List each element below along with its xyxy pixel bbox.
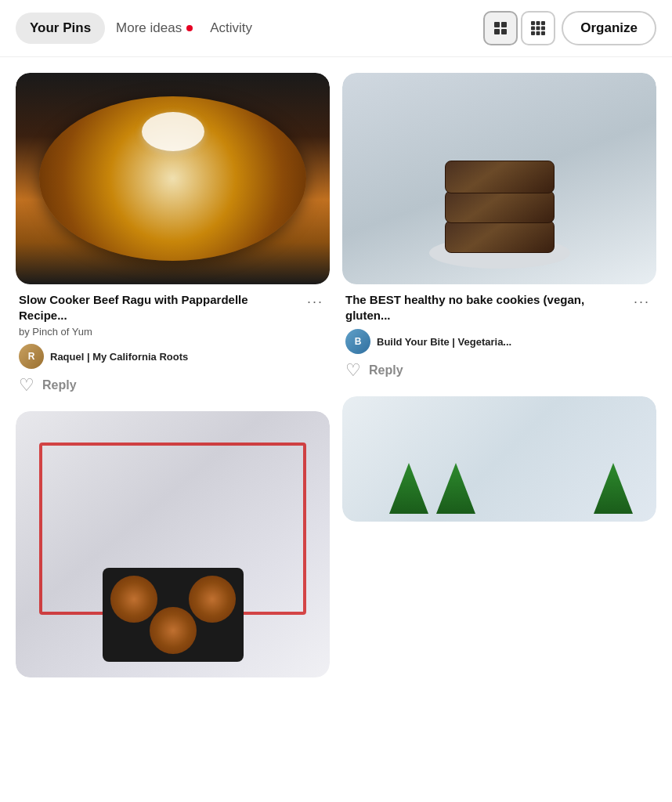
avatar-nobake: B xyxy=(345,329,370,354)
svg-rect-10 xyxy=(531,31,535,35)
ginger-cookie-3 xyxy=(150,607,197,654)
grid-3x3-icon xyxy=(530,20,546,36)
pin-image-nobake[interactable] xyxy=(342,73,656,284)
svg-rect-9 xyxy=(541,27,545,31)
pin-image-ginger[interactable] xyxy=(16,411,330,677)
pin-info-nobake: The BEST healthy no bake cookies (vegan,… xyxy=(342,284,656,384)
activity-tab[interactable]: Activity xyxy=(204,13,258,44)
xmas-cookie-2 xyxy=(436,463,475,514)
svg-rect-3 xyxy=(501,29,507,34)
pin-title-nobake: The BEST healthy no bake cookies (vegan,… xyxy=(345,292,624,323)
cookie-layer-1 xyxy=(445,220,555,253)
pin-info-ragu: Slow Cooker Beef Ragu with Pappardelle R… xyxy=(16,284,330,399)
pin-title-ragu: Slow Cooker Beef Ragu with Pappardelle R… xyxy=(19,292,298,323)
pin-card-ragu: Slow Cooker Beef Ragu with Pappardelle R… xyxy=(16,73,330,399)
pin-card-xmas xyxy=(342,396,656,522)
more-ideas-tab[interactable]: More ideas xyxy=(111,13,197,44)
reply-button-nobake[interactable]: Reply xyxy=(369,363,403,378)
nav-bar: Your Pins More ideas Activity xyxy=(0,0,672,57)
pin-source-ragu: by Pinch of Yum xyxy=(19,326,327,338)
pin-image-ragu[interactable] xyxy=(16,73,330,284)
more-options-button-nobake[interactable]: ··· xyxy=(630,292,653,312)
ginger-cookie-2 xyxy=(189,576,236,623)
cookie-layer-2 xyxy=(445,190,555,223)
svg-rect-12 xyxy=(541,31,545,35)
cookie-layer-3 xyxy=(445,161,555,193)
svg-rect-6 xyxy=(541,21,545,25)
more-ideas-label: More ideas xyxy=(116,20,182,36)
svg-rect-2 xyxy=(494,29,500,34)
cookie-stack xyxy=(445,120,555,253)
xmas-cookie-3 xyxy=(594,463,633,514)
your-pins-tab[interactable]: Your Pins xyxy=(16,13,105,44)
pin-actions-nobake: ♡ Reply xyxy=(345,360,653,381)
username-ragu: Raquel | My California Roots xyxy=(50,351,188,363)
heart-icon-nobake[interactable]: ♡ xyxy=(345,360,361,381)
notification-dot xyxy=(186,25,193,31)
pin-user-ragu: R Raquel | My California Roots xyxy=(19,344,327,369)
pin-card-nobake: The BEST healthy no bake cookies (vegan,… xyxy=(342,73,656,384)
avatar-ragu: R xyxy=(19,344,44,369)
ginger-cookie-1 xyxy=(110,576,157,623)
pins-grid: Slow Cooker Beef Ragu with Pappardelle R… xyxy=(0,57,672,677)
svg-rect-0 xyxy=(494,22,500,27)
svg-rect-11 xyxy=(537,31,540,35)
pin-image-xmas[interactable] xyxy=(342,396,656,522)
svg-rect-5 xyxy=(537,21,540,25)
view-toggle-group xyxy=(483,11,555,45)
svg-rect-8 xyxy=(537,27,540,31)
grid-view-button[interactable] xyxy=(483,11,518,45)
left-column: Slow Cooker Beef Ragu with Pappardelle R… xyxy=(16,73,330,677)
svg-rect-7 xyxy=(531,27,535,31)
svg-rect-1 xyxy=(501,22,507,27)
more-options-button-ragu[interactable]: ··· xyxy=(304,292,327,312)
masonry-view-button[interactable] xyxy=(521,11,555,45)
grid-2x2-icon xyxy=(493,20,508,36)
username-nobake: Build Your Bite | Vegetaria... xyxy=(377,336,511,348)
pin-user-nobake: B Build Your Bite | Vegetaria... xyxy=(345,329,653,354)
pin-actions-ragu: ♡ Reply xyxy=(19,375,327,396)
heart-icon-ragu[interactable]: ♡ xyxy=(19,375,34,396)
xmas-cookie-1 xyxy=(389,463,428,514)
reply-button-ragu[interactable]: Reply xyxy=(42,378,77,392)
ginger-tray xyxy=(103,568,244,662)
pin-card-ginger xyxy=(16,411,330,677)
right-column: The BEST healthy no bake cookies (vegan,… xyxy=(342,73,656,677)
organize-button[interactable]: Organize xyxy=(562,11,656,45)
svg-rect-4 xyxy=(531,21,535,25)
